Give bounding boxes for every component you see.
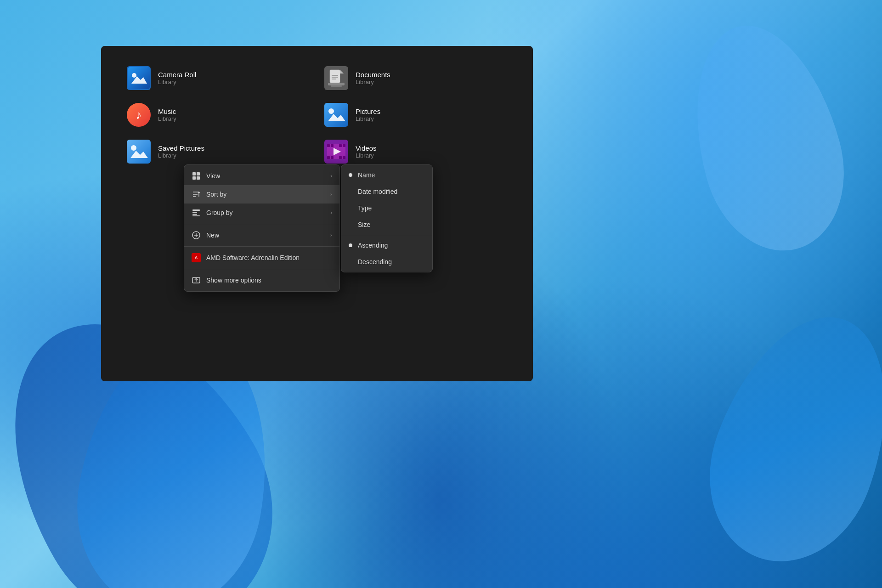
group-by-label: Group by bbox=[206, 209, 325, 216]
svg-point-17 bbox=[328, 108, 334, 114]
name-label: Name bbox=[358, 171, 375, 179]
group-by-arrow: › bbox=[330, 209, 332, 216]
camera-roll-icon bbox=[127, 66, 151, 90]
svg-rect-40 bbox=[192, 209, 200, 211]
documents-sub: Library bbox=[356, 79, 390, 85]
sort-by-label: Sort by bbox=[206, 191, 325, 198]
videos-icon bbox=[324, 140, 348, 164]
svg-rect-32 bbox=[192, 172, 196, 175]
videos-name: Videos bbox=[356, 144, 377, 152]
new-arrow: › bbox=[330, 232, 332, 238]
new-label: New bbox=[206, 232, 325, 239]
size-bullet bbox=[349, 223, 352, 226]
pictures-icon bbox=[324, 103, 348, 127]
view-arrow: › bbox=[330, 173, 332, 179]
menu-item-new[interactable]: New › bbox=[184, 226, 339, 244]
library-item-camera-roll[interactable]: Camera Roll Library bbox=[119, 60, 317, 96]
svg-rect-34 bbox=[192, 176, 196, 180]
show-more-label: Show more options bbox=[206, 277, 332, 284]
plus-circle-icon bbox=[192, 231, 201, 240]
grid-icon bbox=[192, 171, 201, 181]
type-bullet bbox=[349, 206, 352, 210]
size-label: Size bbox=[358, 221, 370, 228]
documents-name: Documents bbox=[356, 71, 390, 79]
camera-roll-sub: Library bbox=[158, 79, 196, 85]
type-label: Type bbox=[358, 204, 372, 212]
library-grid: Camera Roll Library bbox=[101, 46, 533, 184]
pictures-sub: Library bbox=[356, 115, 380, 122]
svg-rect-42 bbox=[192, 214, 197, 215]
svg-text:♪: ♪ bbox=[136, 108, 142, 122]
pictures-text: Pictures Library bbox=[356, 107, 380, 122]
videos-text: Videos Library bbox=[356, 144, 377, 159]
submenu-item-type[interactable]: Type bbox=[341, 200, 432, 216]
pictures-name: Pictures bbox=[356, 107, 380, 115]
menu-item-sort-by[interactable]: Sort by › bbox=[184, 185, 339, 204]
library-item-documents[interactable]: Documents Library bbox=[317, 60, 514, 96]
library-item-music[interactable]: ♪ Music Library bbox=[119, 96, 317, 133]
submenu-item-size[interactable]: Size bbox=[341, 216, 432, 233]
music-name: Music bbox=[158, 107, 176, 115]
group-icon bbox=[192, 208, 201, 217]
submenu-item-ascending[interactable]: Ascending bbox=[341, 237, 432, 254]
ascending-label: Ascending bbox=[358, 242, 388, 249]
svg-rect-43 bbox=[192, 215, 200, 216]
svg-rect-12 bbox=[331, 85, 342, 87]
ascending-bullet bbox=[349, 243, 352, 247]
camera-roll-name: Camera Roll bbox=[158, 71, 196, 79]
view-label: View bbox=[206, 172, 325, 180]
separator-2 bbox=[184, 246, 339, 247]
svg-rect-29 bbox=[339, 156, 342, 159]
context-menu: View › Sort by › Group by › bbox=[184, 164, 340, 292]
descending-label: Descending bbox=[358, 258, 392, 266]
music-sub: Library bbox=[158, 115, 176, 122]
svg-rect-5 bbox=[330, 70, 340, 83]
sort-icon bbox=[192, 190, 201, 199]
separator-1 bbox=[184, 224, 339, 224]
svg-rect-18 bbox=[127, 140, 151, 164]
svg-rect-24 bbox=[331, 144, 334, 147]
amd-label: AMD Software: Adrenalin Edition bbox=[206, 254, 332, 261]
saved-pictures-icon bbox=[127, 140, 151, 164]
videos-sub: Library bbox=[356, 152, 377, 159]
svg-rect-15 bbox=[324, 103, 348, 127]
camera-roll-text: Camera Roll Library bbox=[158, 71, 196, 85]
sort-by-arrow: › bbox=[330, 191, 332, 198]
amd-icon: A bbox=[192, 253, 201, 262]
documents-text: Documents Library bbox=[356, 71, 390, 85]
documents-icon bbox=[324, 66, 348, 90]
saved-pictures-name: Saved Pictures bbox=[158, 144, 204, 152]
submenu-separator bbox=[341, 235, 432, 235]
separator-3 bbox=[184, 269, 339, 269]
name-bullet bbox=[349, 173, 352, 177]
svg-rect-23 bbox=[327, 144, 330, 147]
menu-item-group-by[interactable]: Group by › bbox=[184, 204, 339, 222]
svg-point-3 bbox=[132, 73, 136, 78]
submenu-item-date-modified[interactable]: Date modified bbox=[341, 183, 432, 200]
svg-rect-25 bbox=[339, 144, 342, 147]
svg-rect-35 bbox=[197, 176, 200, 180]
music-text: Music Library bbox=[158, 107, 176, 122]
sort-submenu: Name Date modified Type Size Ascending D… bbox=[341, 164, 433, 272]
svg-rect-30 bbox=[343, 156, 345, 159]
share-window-icon bbox=[192, 276, 201, 285]
submenu-item-descending[interactable]: Descending bbox=[341, 254, 432, 270]
saved-pictures-text: Saved Pictures Library bbox=[158, 144, 204, 159]
menu-item-amd[interactable]: A AMD Software: Adrenalin Edition bbox=[184, 249, 339, 267]
menu-item-view[interactable]: View › bbox=[184, 167, 339, 185]
music-icon: ♪ bbox=[127, 103, 151, 127]
svg-rect-11 bbox=[328, 83, 345, 85]
svg-rect-28 bbox=[331, 156, 334, 159]
descending-bullet bbox=[349, 260, 352, 264]
svg-rect-27 bbox=[327, 156, 330, 159]
date-modified-bullet bbox=[349, 190, 352, 193]
menu-item-show-more[interactable]: Show more options bbox=[184, 271, 339, 289]
svg-rect-26 bbox=[343, 144, 345, 147]
svg-point-20 bbox=[131, 145, 136, 151]
svg-rect-33 bbox=[197, 172, 200, 175]
submenu-item-name[interactable]: Name bbox=[341, 167, 432, 183]
svg-rect-41 bbox=[192, 212, 197, 213]
saved-pictures-sub: Library bbox=[158, 152, 204, 159]
library-item-pictures[interactable]: Pictures Library bbox=[317, 96, 514, 133]
date-modified-label: Date modified bbox=[358, 188, 397, 195]
